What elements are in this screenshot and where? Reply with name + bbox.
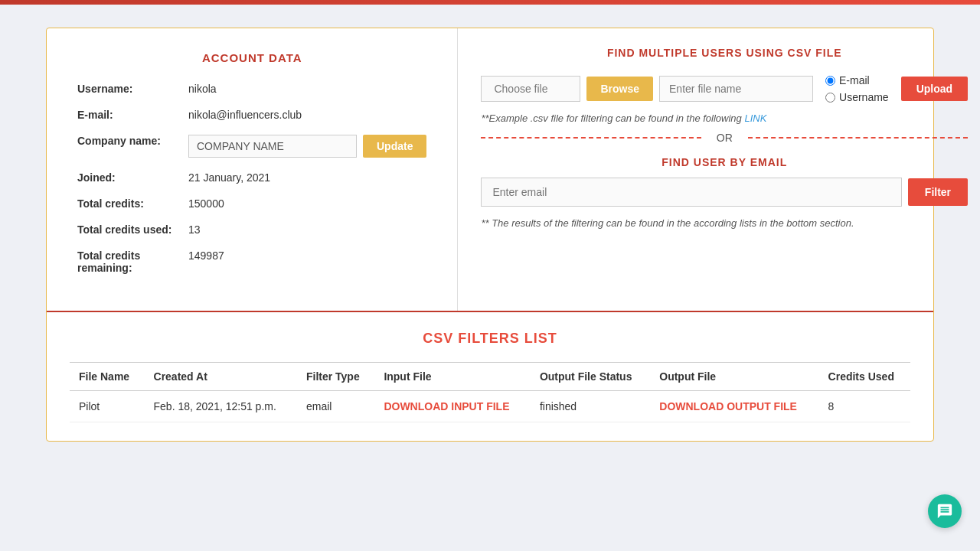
table-row: Pilot Feb. 18, 2021, 12:51 p.m. email DO… (70, 391, 910, 422)
upload-button[interactable]: Upload (901, 77, 968, 101)
chat-bubble[interactable] (928, 494, 962, 528)
csv-note: **Example .csv file for filtering can be… (481, 112, 968, 124)
table-body: Pilot Feb. 18, 2021, 12:51 p.m. email DO… (70, 391, 910, 422)
th-filter-type: Filter Type (297, 363, 374, 391)
page-wrapper: ACCOUNT DATA Username: nikola E-mail: ni… (0, 5, 980, 465)
row-output-file-status: finished (531, 391, 650, 422)
company-input-row: Update (188, 135, 426, 158)
credits-used-label: Total credits used: (77, 223, 188, 236)
joined-label: Joined: (77, 171, 188, 184)
username-value: nikola (188, 83, 217, 95)
username-row: Username: nikola (77, 83, 426, 95)
joined-value: 21 January, 2021 (188, 171, 270, 184)
radio-group: E-mail Username (825, 74, 889, 103)
email-label: E-mail: (77, 109, 188, 121)
company-row: Company name: Update (77, 135, 426, 158)
csv-list-title: CSV FILTERS LIST (70, 331, 910, 347)
csv-upload-row: Choose file Browse E-mail Username Up (481, 74, 968, 103)
table-head: File Name Created At Filter Type Input F… (70, 363, 910, 391)
radio-email-input[interactable] (825, 76, 835, 86)
or-label: OR (701, 132, 748, 144)
row-filter-type: email (297, 391, 374, 422)
radio-username-label: Username (839, 91, 889, 103)
divider-or: OR (481, 132, 968, 144)
th-created-at: Created At (145, 363, 297, 391)
total-credits-label: Total credits: (77, 197, 188, 210)
th-output-file: Output File (650, 363, 818, 391)
company-label: Company name: (77, 135, 188, 147)
account-title: ACCOUNT DATA (77, 51, 426, 64)
download-input-link[interactable]: DOWNLOAD INPUT FILE (384, 400, 509, 412)
row-credits-used: 8 (819, 391, 910, 422)
th-input-file: Input File (374, 363, 531, 391)
email-value: nikola@influencers.club (188, 109, 302, 121)
row-output-file[interactable]: DOWNLOAD OUTPUT FILE (650, 391, 818, 422)
dashed-line-right (748, 137, 968, 139)
update-button[interactable]: Update (363, 135, 426, 158)
file-name-input[interactable] (659, 76, 813, 102)
credits-used-row: Total credits used: 13 (77, 223, 426, 236)
email-filter-row: Filter (481, 178, 968, 207)
row-created-at: Feb. 18, 2021, 12:51 p.m. (145, 391, 297, 422)
bottom-section: CSV FILTERS LIST File Name Created At Fi… (47, 312, 933, 441)
csv-note-text: **Example .csv file for filtering can be… (481, 112, 744, 124)
email-row: E-mail: nikola@influencers.club (77, 109, 426, 121)
row-input-file[interactable]: DOWNLOAD INPUT FILE (374, 391, 531, 422)
credits-remaining-row: Total credits remaining: 149987 (77, 249, 426, 274)
radio-email-label: E-mail (839, 74, 870, 86)
radio-username-input[interactable] (825, 93, 835, 103)
csv-link[interactable]: LINK (744, 112, 766, 124)
csv-filters-table: File Name Created At Filter Type Input F… (70, 362, 910, 422)
radio-email[interactable]: E-mail (825, 74, 889, 86)
table-header-row: File Name Created At Filter Type Input F… (70, 363, 910, 391)
right-panel: FIND MULTIPLE USERS USING CSV FILE Choos… (458, 28, 980, 311)
dashed-line-left (481, 137, 701, 139)
radio-username[interactable]: Username (825, 91, 889, 103)
main-card: ACCOUNT DATA Username: nikola E-mail: ni… (46, 28, 934, 442)
email-filter-input[interactable] (481, 178, 901, 207)
find-email-title: FIND USER BY EMAIL (481, 156, 968, 168)
th-file-name: File Name (70, 363, 145, 391)
username-label: Username: (77, 83, 188, 95)
credits-remaining-value: 149987 (188, 249, 224, 262)
results-note: ** The results of the filtering can be f… (481, 217, 968, 229)
card-top: ACCOUNT DATA Username: nikola E-mail: ni… (47, 28, 933, 312)
download-output-link[interactable]: DOWNLOAD OUTPUT FILE (659, 400, 797, 412)
find-csv-title: FIND MULTIPLE USERS USING CSV FILE (481, 47, 968, 59)
th-credits-used: Credits Used (819, 363, 910, 391)
company-name-input[interactable] (188, 135, 357, 158)
credits-used-value: 13 (188, 223, 201, 236)
choose-file-box: Choose file (481, 76, 580, 102)
total-credits-value: 150000 (188, 197, 224, 210)
left-panel: ACCOUNT DATA Username: nikola E-mail: ni… (47, 28, 458, 311)
row-file-name: Pilot (70, 391, 145, 422)
browse-button[interactable]: Browse (586, 77, 653, 101)
credits-remaining-label: Total credits remaining: (77, 249, 188, 274)
total-credits-row: Total credits: 150000 (77, 197, 426, 210)
chat-icon (936, 503, 953, 520)
joined-row: Joined: 21 January, 2021 (77, 171, 426, 184)
th-output-file-status: Output File Status (531, 363, 650, 391)
filter-button[interactable]: Filter (908, 178, 968, 206)
